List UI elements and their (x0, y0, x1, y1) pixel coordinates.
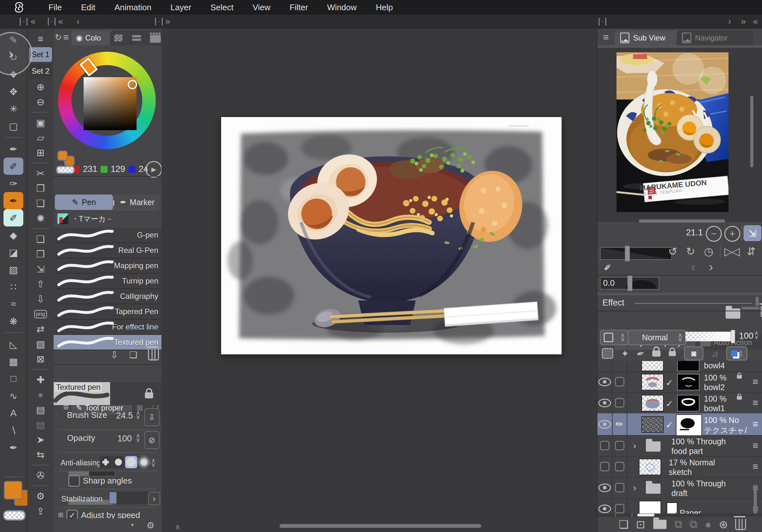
share[interactable]: ⇧ (31, 277, 50, 292)
transfer-down-icon[interactable]: ⧉ (675, 518, 682, 531)
material-swap[interactable]: ⇆ (31, 447, 50, 462)
mask-enabled-check[interactable]: ✓ (666, 378, 673, 388)
layer-stack[interactable]: ▤ (31, 402, 50, 417)
text-tool[interactable]: A (4, 404, 23, 422)
curve-tool[interactable]: ∿ (4, 387, 23, 404)
menu-item[interactable]: Edit (71, 0, 105, 15)
clipping-mask-icon[interactable]: ◙ (684, 346, 703, 361)
transform-scale[interactable]: ▣ (31, 115, 50, 130)
select-checkbox[interactable] (615, 504, 625, 513)
aa-strong[interactable] (138, 456, 150, 468)
camera-import-icon[interactable]: ⊛ (719, 518, 728, 531)
blend-tool[interactable]: ≈ (4, 295, 23, 312)
blend-mode-dropdown[interactable]: Normal ∧∨ (628, 330, 686, 345)
ruler-icon[interactable]: ⊿ (711, 348, 718, 359)
folder-expander[interactable]: › (633, 482, 636, 493)
merge-down-icon[interactable]: ⧉ (690, 518, 698, 531)
canvas-document[interactable] (221, 117, 562, 354)
fill-tool[interactable]: ◆ (4, 227, 23, 244)
panel-grip[interactable] (20, 18, 28, 26)
delete-brush-icon[interactable] (148, 349, 159, 361)
eyedropper-tool[interactable]: ✒ (4, 439, 23, 456)
layer-row-sketch[interactable]: 17 % Normal sketch ≡ (597, 456, 762, 478)
drag-handle[interactable]: ≡ (752, 440, 758, 451)
menu-item[interactable]: Help (366, 0, 402, 15)
color-picker-dot[interactable] (128, 80, 137, 89)
remove-image-icon[interactable] (761, 306, 762, 317)
rotate-cw-icon[interactable]: ↻ (686, 245, 695, 258)
brush-size-source-button[interactable]: ⇩ (144, 408, 160, 426)
zoom-out-button[interactable]: − (706, 226, 722, 242)
select-checkbox[interactable] (615, 462, 625, 471)
line-correction-tool[interactable]: ∖ (4, 422, 23, 439)
flip-horizontal-icon[interactable]: ▷◁ (724, 245, 738, 258)
collapse-icon[interactable]: « (753, 16, 758, 27)
select-checkbox[interactable] (615, 398, 625, 408)
sub-view-rotate-slider[interactable]: 0.0 (600, 277, 659, 290)
layer-opacity-slider[interactable] (685, 332, 735, 341)
color-panel-menu-icon[interactable]: ≡ (63, 32, 69, 43)
panel-main-color[interactable] (57, 151, 68, 161)
zoom-in[interactable]: ⊕ (31, 79, 50, 95)
brush-mapping-pen[interactable]: Mapping pen (54, 258, 162, 274)
collapse-left-icon-2[interactable]: « (58, 16, 63, 27)
sub-view-menu-icon[interactable]: ≡ (603, 32, 609, 43)
aa-weak[interactable] (112, 456, 124, 468)
select-checkbox[interactable] (615, 483, 625, 493)
eyedropper-icon[interactable]: ✒ (600, 260, 615, 275)
stabilization-expand[interactable]: › (148, 492, 160, 505)
layer-color-icon[interactable]: ∧∨ (726, 346, 747, 361)
mask-enabled-check[interactable]: ✓ (666, 399, 673, 409)
brush-real-g-pen[interactable]: Real G-Pen (54, 243, 162, 258)
expand-chevron-icon[interactable]: › (728, 16, 731, 27)
reference-layer-icon[interactable]: ✦ (621, 348, 629, 359)
cut[interactable]: ✂ (31, 166, 50, 181)
watercolor-brush-tool[interactable]: ✐ (4, 209, 23, 227)
figure-tool[interactable]: ◺ (4, 336, 23, 353)
brush-size-value[interactable]: 24.5 (116, 411, 133, 421)
hidden-visibility-box[interactable] (600, 441, 609, 450)
panel-grip[interactable] (599, 18, 606, 26)
tab-pen[interactable]: ✎Pen (55, 195, 113, 210)
brush-calligraphy[interactable]: Calligraphy (54, 289, 162, 304)
processing[interactable]: ✺ (31, 211, 50, 226)
layer-row-bowl2[interactable]: ✓ 100 % bowl2 ≡ (597, 371, 762, 393)
hidden-visibility-box[interactable] (600, 462, 609, 471)
rotate-ccw-icon[interactable]: ↺ (668, 245, 677, 258)
layer-select-stepper[interactable]: ∧∨ (600, 330, 629, 345)
layer-stack-alt[interactable]: ▤ (31, 417, 50, 432)
panel-menu-icon[interactable]: ≡ (31, 31, 50, 46)
opacity-source-button[interactable]: ⊘ (144, 431, 160, 449)
file-cycle[interactable]: ⇄ (31, 321, 50, 337)
tab-sub-view[interactable]: Sub View (615, 31, 681, 45)
copy[interactable]: ❐ (31, 181, 50, 196)
export-png[interactable]: png (31, 306, 50, 321)
gradient-tool[interactable]: ▨ (4, 261, 23, 278)
lock-icon[interactable] (145, 392, 153, 398)
import-file[interactable]: ⇲ (31, 262, 50, 277)
expand-icon[interactable]: » (741, 16, 746, 27)
reset-rotate-icon[interactable]: ↻ (55, 33, 62, 42)
color-mixer-toggle[interactable]: ▶ (145, 161, 162, 178)
opacity-stepper[interactable]: ∧∨ (136, 434, 140, 442)
auto-select-tool[interactable]: ✳ (4, 100, 23, 117)
expand-plus-icon[interactable]: ⊞ (58, 511, 63, 519)
tab-color-wheel[interactable]: ◉ Colo (71, 31, 115, 45)
layer-opacity-stepper[interactable]: ∧∨ (754, 331, 758, 339)
device-export[interactable]: ⇪ (31, 503, 50, 519)
open-file[interactable]: ❒ (31, 246, 50, 262)
visibility-eye-icon[interactable] (598, 504, 611, 513)
collapse-left-icon[interactable]: « (31, 16, 36, 27)
transform-distort[interactable]: ▱ (31, 130, 50, 145)
layer-row-bowl1[interactable]: ✓ 100 % bowl1 ≡ (597, 392, 762, 414)
set-2-button[interactable]: Set 2 (29, 64, 52, 79)
menu-item[interactable]: Layer (161, 0, 201, 15)
duplicate-brush-icon[interactable]: ❏ (129, 350, 137, 360)
move-tool[interactable]: ✥ (4, 83, 23, 100)
anti-aliasing-stepper[interactable]: ∧∨ (151, 459, 155, 467)
visibility-eye-icon[interactable] (598, 399, 611, 407)
paste[interactable]: ❏ (31, 196, 50, 211)
download-brush-icon[interactable]: ⇩ (111, 349, 118, 361)
effect-v-scrollbar[interactable] (756, 297, 759, 306)
zoom-in-button[interactable]: + (724, 226, 740, 242)
